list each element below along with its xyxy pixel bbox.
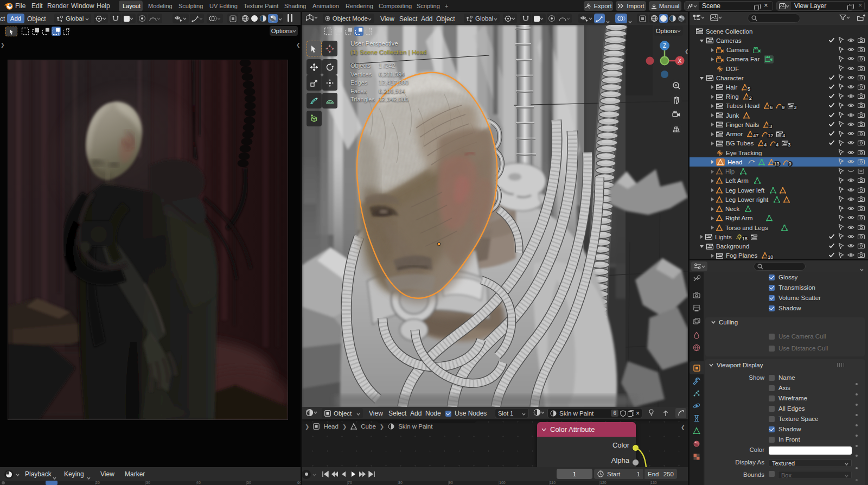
svg-text:Z: Z [663, 43, 666, 49]
svg-text:X: X [678, 58, 682, 64]
